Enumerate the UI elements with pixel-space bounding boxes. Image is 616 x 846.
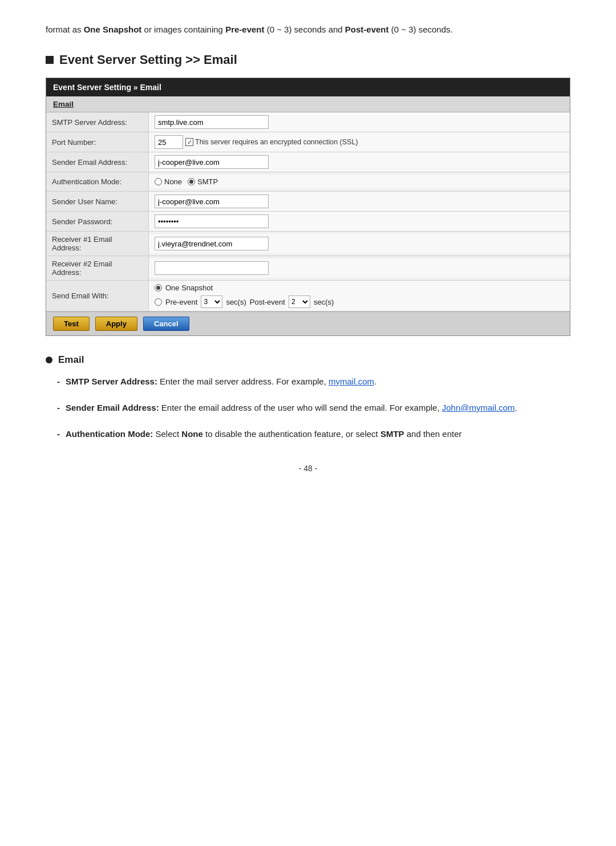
receiver2-email-input[interactable] [155,261,269,275]
bullet-item-sender-email-content: Sender Email Address: Enter the email ad… [66,401,570,415]
smtp-server-row: SMTP Server Address: [46,112,570,132]
snapshot-label: One Snapshot [165,284,213,292]
sender-password-control [149,212,570,231]
send-email-row: Send Email With: One Snapshot Pre-event … [46,281,570,311]
sender-username-label: Sender User Name: [46,192,149,211]
pre-event-label: Pre-event [165,298,197,306]
auth-smtp-label: SMTP [197,177,218,186]
smtp-server-input[interactable] [155,115,269,129]
pre-event-select[interactable]: 1 2 3 [201,296,222,308]
snapshot-radio[interactable] [155,284,162,292]
receiver1-email-label: Receiver #1 Email Address: [46,232,149,256]
auth-mode-row: Authentication Mode: None SMTP [46,172,570,192]
receiver2-email-label: Receiver #2 Email Address: [46,256,149,280]
sender-email-label: Sender Email Address: [46,152,149,172]
auth-mode-label: Authentication Mode: [46,172,149,191]
page-number: - 48 - [46,464,570,473]
receiver1-email-row: Receiver #1 Email Address: [46,232,570,256]
auth-none-label: None [164,177,182,186]
sender-password-label: Sender Password: [46,212,149,231]
send-email-control: One Snapshot Pre-event 1 2 3 sec(s) Post… [149,281,570,311]
smtp-server-label: SMTP Server Address: [46,112,149,132]
port-number-input[interactable] [155,135,183,149]
sender-email-control [149,152,570,172]
post-event-secs: sec(s) [314,298,334,306]
pre-event-row: Pre-event 1 2 3 sec(s) Post-event 1 2 3 [155,296,334,308]
auth-mode-bold: Authentication Mode: [66,429,153,439]
sender-email-row: Sender Email Address: [46,152,570,172]
email-bullet-items: SMTP Server Address: Enter the mail serv… [46,375,570,441]
post-event-label: Post-event [250,298,285,306]
cancel-button[interactable]: Cancel [143,317,189,331]
port-number-row: Port Number: ✓ This server requires an e… [46,132,570,152]
receiver1-email-control [149,234,570,253]
sender-username-row: Sender User Name: [46,192,570,212]
sender-username-input[interactable] [155,195,269,208]
port-number-label: Port Number: [46,132,149,152]
send-email-label: Send Email With: [46,281,149,311]
smtp-bold: SMTP Server Address: [66,377,157,386]
sender-email-input[interactable] [155,155,269,169]
sender-username-control [149,192,570,211]
receiver2-email-control [149,258,570,278]
pre-event-secs: sec(s) [226,298,246,306]
bullet-item-sender-email: Sender Email Address: Enter the email ad… [57,401,570,415]
auth-smtp-radio-selected [189,180,193,184]
bullet-item-smtp-content: SMTP Server Address: Enter the mail serv… [66,375,570,388]
section-bullet [46,56,54,64]
email-bullet-heading-label: Email [58,354,84,366]
auth-smtp-option[interactable]: SMTP [188,177,218,186]
button-row: Test Apply Cancel [46,311,570,335]
auth-smtp-radio[interactable] [188,178,195,185]
apply-button[interactable]: Apply [95,317,137,331]
sender-email-bold: Sender Email Address: [66,403,159,412]
receiver1-email-input[interactable] [155,237,269,250]
smtp-server-control [149,112,570,132]
bullet-item-auth-mode-content: Authentication Mode: Select None to disa… [66,427,570,441]
ssl-checkbox[interactable]: ✓ [185,138,193,146]
intro-paragraph: format as One Snapshot or images contain… [46,23,570,37]
section-heading: Event Server Setting >> Email [46,52,570,67]
bullet-item-smtp: SMTP Server Address: Enter the mail serv… [57,375,570,388]
section-heading-label: Event Server Setting >> Email [59,52,237,67]
john-link[interactable]: John@mymail.com [442,403,515,412]
panel-body: Email SMTP Server Address: Port Number: … [46,96,570,335]
pre-event-radio[interactable] [155,298,162,306]
sender-password-input[interactable] [155,214,269,228]
smtp-bold2: SMTP [380,429,404,439]
snapshot-row: One Snapshot [155,284,334,292]
none-bold: None [181,429,203,439]
email-bullet-section: Email SMTP Server Address: Enter the mai… [46,354,570,441]
panel-header: Event Server Setting » Email [46,78,570,96]
auth-none-radio[interactable] [155,178,162,185]
auth-none-option[interactable]: None [155,177,182,186]
auth-mode-control: None SMTP [149,175,570,189]
sender-password-row: Sender Password: [46,212,570,232]
send-email-area: One Snapshot Pre-event 1 2 3 sec(s) Post… [155,284,334,308]
snapshot-radio-selected [156,286,160,290]
bullet-item-auth-mode: Authentication Mode: Select None to disa… [57,427,570,441]
post-event-select[interactable]: 1 2 3 [289,296,310,308]
email-bullet-dot [46,357,52,363]
receiver2-email-row: Receiver #2 Email Address: [46,256,570,281]
email-bullet-heading: Email [46,354,570,366]
ssl-label: ✓ This server requires an encrypted conn… [185,138,358,146]
auth-mode-radio-group: None SMTP [155,177,218,186]
event-server-panel: Event Server Setting » Email Email SMTP … [46,78,570,336]
test-button[interactable]: Test [53,317,90,331]
mymail-link[interactable]: mymail.com [329,377,374,386]
panel-section-label: Email [46,96,570,112]
ssl-text: This server requires an encrypted connec… [195,138,358,146]
port-number-control: ✓ This server requires an encrypted conn… [149,132,570,152]
